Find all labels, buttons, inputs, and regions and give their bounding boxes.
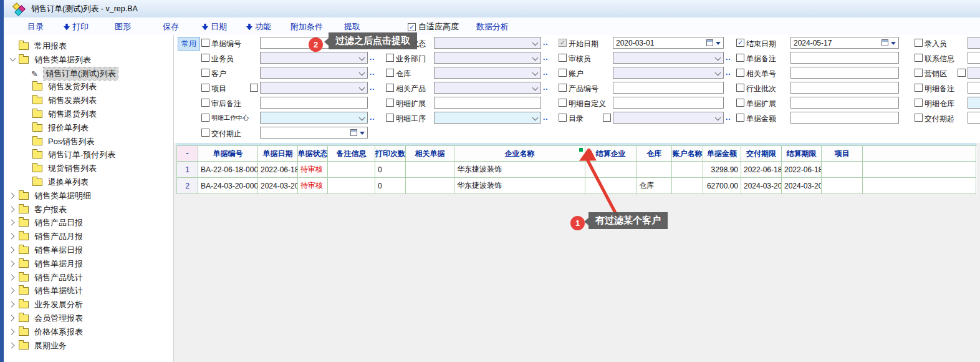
column-header[interactable]: -: [177, 146, 198, 162]
menu-item[interactable]: 日期: [202, 21, 227, 32]
filter-extra-checkbox[interactable]: [250, 84, 258, 92]
filter-checkbox[interactable]: [736, 114, 744, 122]
sidebar-item[interactable]: 销售类单据列表: [9, 54, 93, 66]
menu-item[interactable]: 功能: [246, 21, 271, 32]
menu-item[interactable]: 图形: [115, 21, 131, 32]
filter-text-input[interactable]: [968, 112, 980, 124]
filter-select[interactable]: [613, 67, 724, 79]
filter-select[interactable]: [968, 67, 980, 79]
fit-height-toggle[interactable]: ✓自适应高度: [408, 21, 459, 32]
filter-text-input[interactable]: [968, 82, 980, 94]
filter-checkbox[interactable]: [201, 69, 209, 77]
column-header[interactable]: 单据日期: [258, 146, 298, 162]
filter-text-input[interactable]: [613, 82, 724, 94]
filter-checkbox[interactable]: [386, 54, 394, 62]
sidebar-item[interactable]: 价格体系报表: [9, 326, 85, 338]
column-header[interactable]: 结算企业: [585, 146, 637, 162]
sidebar-item[interactable]: 客户报表: [9, 203, 69, 216]
column-header[interactable]: 仓库: [637, 146, 672, 162]
menu-item[interactable]: 附加条件: [291, 21, 323, 32]
sidebar-item[interactable]: 销售产品统计: [9, 272, 85, 284]
filter-select[interactable]: [434, 112, 541, 124]
filter-checkbox[interactable]: [736, 69, 744, 77]
expand-icon[interactable]: [9, 341, 17, 350]
filter-checkbox[interactable]: [559, 54, 567, 62]
column-header[interactable]: 单据编号: [198, 146, 258, 162]
filter-select[interactable]: [434, 82, 541, 94]
filter-checkbox[interactable]: [915, 54, 923, 62]
expand-icon[interactable]: [9, 300, 17, 309]
filter-checkbox[interactable]: ✓: [736, 39, 744, 47]
filter-checkbox[interactable]: ✓: [559, 39, 567, 47]
filter-checkbox[interactable]: [559, 69, 567, 77]
column-header[interactable]: 打印次数: [375, 146, 406, 162]
sidebar-item[interactable]: 销售类单据明细: [9, 190, 93, 202]
expand-icon[interactable]: [9, 314, 17, 323]
filter-checkbox[interactable]: [201, 99, 209, 107]
sidebar-item[interactable]: 常用报表: [9, 40, 69, 52]
filter-checkbox[interactable]: [386, 69, 394, 77]
menu-item[interactable]: 目录: [27, 21, 44, 32]
filter-checkbox[interactable]: [915, 84, 923, 92]
expand-icon[interactable]: [9, 286, 17, 295]
expand-icon[interactable]: [9, 246, 17, 255]
filter-checkbox[interactable]: [736, 84, 744, 92]
column-header[interactable]: 结算期限: [782, 146, 822, 162]
sidebar-item[interactable]: 销售订单-预付列表: [22, 149, 117, 161]
filter-select[interactable]: [260, 82, 368, 94]
table-row[interactable]: 2BA-24-03-20-00012024-03-20待审核0华东捷波装饰仓库6…: [177, 178, 977, 194]
column-header[interactable]: 单据金额: [703, 146, 741, 162]
filter-select[interactable]: [260, 52, 368, 64]
sidebar-item[interactable]: 销售发货列表: [22, 81, 98, 93]
filter-select[interactable]: [968, 97, 980, 109]
expand-icon[interactable]: [9, 205, 17, 214]
expand-icon[interactable]: [9, 192, 17, 200]
sidebar-item[interactable]: 销售产品月报: [9, 230, 85, 243]
filter-select[interactable]: [613, 52, 724, 64]
filter-checkbox[interactable]: [915, 99, 923, 107]
filter-extra-checkbox[interactable]: [958, 69, 966, 77]
expand-icon[interactable]: [9, 273, 17, 282]
filter-checkbox[interactable]: [201, 54, 209, 62]
sidebar-item[interactable]: 销售单据日报: [9, 244, 85, 257]
filter-select[interactable]: [434, 52, 541, 64]
filter-select[interactable]: [613, 112, 724, 124]
sidebar-item[interactable]: ✎销售订单(测试)列表: [22, 67, 118, 80]
filter-text-input[interactable]: [968, 52, 980, 64]
sidebar-item[interactable]: 销售退货列表: [22, 108, 98, 120]
filter-text-input[interactable]: [613, 97, 724, 109]
filter-checkbox[interactable]: [386, 114, 394, 122]
sidebar-item[interactable]: 业务发展分析: [9, 298, 85, 311]
table-row[interactable]: 1BA-22-06-18-00022022-06-18待审核0华东捷波装饰329…: [177, 162, 977, 178]
sidebar-item[interactable]: 会员管理报表: [9, 312, 85, 325]
filter-checkbox[interactable]: [201, 114, 209, 122]
filter-text-input[interactable]: [260, 97, 368, 109]
filter-checkbox[interactable]: [559, 84, 567, 92]
sidebar-item[interactable]: 退换单列表: [22, 176, 90, 188]
column-header[interactable]: 备注信息: [328, 146, 375, 162]
filter-checkbox[interactable]: [386, 84, 394, 92]
column-header[interactable]: 单据状态: [298, 146, 328, 162]
filter-checkbox[interactable]: [386, 99, 394, 107]
filter-checkbox[interactable]: [915, 114, 923, 122]
sidebar-item[interactable]: 销售产品日报: [9, 217, 85, 229]
filter-checkbox[interactable]: [915, 39, 923, 47]
filter-text-input[interactable]: [790, 97, 899, 109]
filter-text-input[interactable]: [790, 112, 899, 124]
filter-checkbox[interactable]: [201, 84, 209, 92]
sidebar-item[interactable]: Pos销售列表: [22, 135, 96, 148]
sidebar-item[interactable]: 销售发票列表: [22, 94, 98, 107]
menu-item[interactable]: 提取: [344, 21, 360, 32]
expand-icon[interactable]: [9, 328, 17, 336]
filter-text-input[interactable]: [434, 97, 541, 109]
filter-checkbox[interactable]: [736, 99, 744, 107]
filter-text-input[interactable]: [968, 37, 980, 49]
filter-checkbox[interactable]: [736, 54, 744, 62]
expand-icon[interactable]: [9, 218, 17, 227]
column-header[interactable]: 交付期限: [741, 146, 782, 162]
column-header[interactable]: 企业名称: [454, 146, 585, 162]
column-header[interactable]: [863, 146, 976, 162]
column-header[interactable]: 账户名称: [672, 146, 703, 162]
sidebar-item[interactable]: 销售单据统计: [9, 285, 85, 297]
filter-checkbox[interactable]: [201, 129, 209, 137]
